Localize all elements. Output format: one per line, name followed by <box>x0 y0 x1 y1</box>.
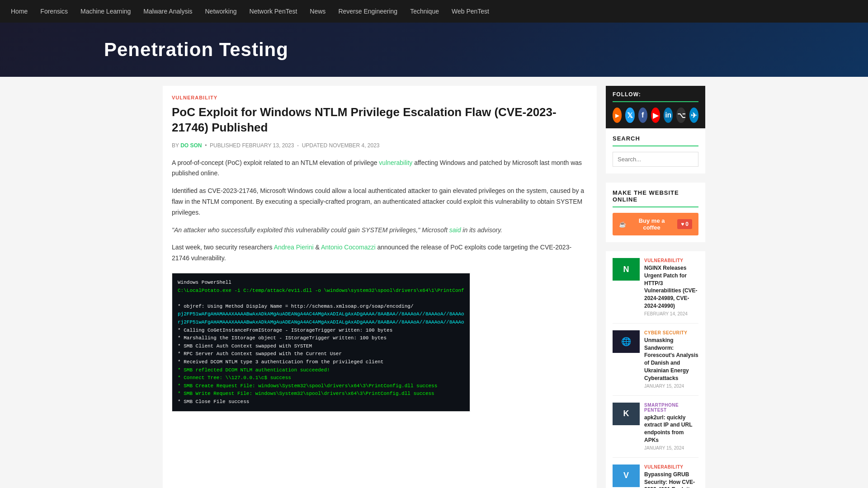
terminal-content: Windows PowerShellC:\LocalPotato.exe -i … <box>172 273 470 412</box>
sidebar-article-thumb: 🌐 <box>613 330 640 353</box>
related-articles-section: N VULNERABILITY NGINX Releases Urgent Pa… <box>606 251 705 488</box>
youtube-icon[interactable]: ▶ <box>651 108 660 123</box>
nav-network-pentest[interactable]: Network PenTest <box>243 0 304 23</box>
search-section-title: SEARCH <box>613 135 698 146</box>
nav-machine-learning[interactable]: Machine Learning <box>74 0 137 23</box>
sidebar-article-date: JANUARY 15, 2024 <box>644 384 698 389</box>
article-title: PoC Exploit for Windows NTLM Privilege E… <box>172 105 588 136</box>
coffee-section: MAKE THE WEBSITE ONLINE ☕ Buy me a coffe… <box>606 183 705 242</box>
hero-title: Penetration Testing <box>104 39 288 61</box>
search-input[interactable] <box>613 152 698 167</box>
hero-banner: Penetration Testing <box>0 23 868 77</box>
said-link[interactable]: said <box>449 226 461 234</box>
article-para-1: A proof-of-concept (PoC) exploit related… <box>172 158 588 179</box>
article-meta: BY DO SON • PUBLISHED FEBRUARY 13, 2023 … <box>172 142 588 149</box>
github-icon[interactable]: ⌥ <box>676 108 685 123</box>
coffee-section-title: MAKE THE WEBSITE ONLINE <box>613 189 698 207</box>
sidebar-article-thumb: K <box>613 403 640 425</box>
main-article: VULNERABILITY PoC Exploit for Windows NT… <box>163 86 597 488</box>
linkedin-icon[interactable]: in <box>664 108 673 123</box>
coffee-heart-badge: ♥ 0 <box>677 219 692 229</box>
article-para-2: Identified as CVE-2023-21746, Microsoft … <box>172 186 588 218</box>
terminal-line: Windows PowerShell <box>178 279 464 287</box>
sidebar-article-title: apk2url: quickly extract IP and URL endp… <box>644 414 698 444</box>
terminal-line: * objref: Using Method Display Name = ht… <box>178 303 464 311</box>
sidebar-article-category: CYBER SECURITY <box>644 330 698 335</box>
article-quote: "An attacker who successfully exploited … <box>172 225 588 236</box>
nav-reverse-engineering[interactable]: Reverse Engineering <box>332 0 404 23</box>
antonio-link[interactable]: Antonio Cocomazzi <box>321 244 376 251</box>
terminal-line: C:\LocalPotato.exe -i C:/temp/attack/ev1… <box>178 287 464 295</box>
terminal-line: pj2FP51wAFgAHAMAAAXAAAABwAxADkAMgAuADEAN… <box>178 310 464 319</box>
follow-section: FOLLOW: ▸ 𝕏 f ▶ in ⌥ ✈ <box>606 86 705 128</box>
terminal-line <box>178 295 464 303</box>
article-body: A proof-of-concept (PoC) exploit related… <box>172 158 588 412</box>
terminal-line: * SMB Client Auth Context swapped with S… <box>178 343 464 351</box>
follow-title: FOLLOW: <box>613 91 698 102</box>
sidebar-article-content: SMARTPHONE PENTEST apk2url: quickly extr… <box>644 403 698 450</box>
search-section: SEARCH <box>606 128 705 174</box>
main-navigation: Home Forensics Machine Learning Malware … <box>0 0 868 23</box>
sidebar-article-content: VULNERABILITY NGINX Releases Urgent Patc… <box>644 258 698 316</box>
vulnerability-link[interactable]: vulnerability <box>379 159 412 166</box>
sidebar-article-category: VULNERABILITY <box>644 258 698 263</box>
twitter-icon[interactable]: 𝕏 <box>625 108 634 123</box>
rss-icon[interactable]: ▸ <box>613 108 622 123</box>
terminal-line: rj2FP51wAFgAHAMAAAXAAAABwAxADkAMgAuADEAN… <box>178 319 464 327</box>
facebook-icon[interactable]: f <box>638 108 647 123</box>
buy-coffee-label: Buy me a coffee <box>630 217 674 231</box>
terminal-line: * Marshalling the IStorage object - ISto… <box>178 334 464 343</box>
article-updated-date: NOVEMBER 4, 2023 <box>329 142 379 149</box>
terminal-line: * SMB reflected DCOM NTLM authentication… <box>178 366 464 375</box>
article-category: VULNERABILITY <box>172 95 588 100</box>
terminal-line: * SMB Create Request File: windows\Syste… <box>178 382 464 390</box>
sidebar-article-content: CYBER SECURITY Unmasking Sandworm: Fores… <box>644 330 698 389</box>
coffee-icon: ☕ <box>619 221 626 228</box>
nav-home[interactable]: Home <box>5 0 34 23</box>
article-author[interactable]: DO SON <box>180 142 202 149</box>
sidebar-article-title: Unmasking Sandworm: Forescout's Analysis… <box>644 337 698 382</box>
nav-malware-analysis[interactable]: Malware Analysis <box>137 0 198 23</box>
sidebar-article-1[interactable]: 🌐 CYBER SECURITY Unmasking Sandworm: For… <box>613 330 698 396</box>
article-para-3: Last week, two security researchers Andr… <box>172 242 588 264</box>
sidebar-article-title: Bypassing GRUB Security: How CVE-2023-40… <box>644 471 698 488</box>
sidebar-article-thumb: V <box>613 465 640 487</box>
terminal-line: * Connect Tree: \\127.0.0.1\c$ success <box>178 374 464 382</box>
article-published-date: FEBRUARY 13, 2023 <box>242 142 294 149</box>
nav-news[interactable]: News <box>303 0 332 23</box>
andrea-link[interactable]: Andrea Pierini <box>274 244 314 251</box>
sidebar-article-date: FEBRUARY 14, 2024 <box>644 311 698 316</box>
terminal-line: * RPC Server Auth Context swapped with t… <box>178 350 464 358</box>
terminal-line: * Received DCOM NTLM type 3 authenticati… <box>178 358 464 366</box>
sidebar: FOLLOW: ▸ 𝕏 f ▶ in ⌥ ✈ SEARCH MAKE THE W… <box>606 86 705 488</box>
terminal-screenshot: Windows PowerShellC:\LocalPotato.exe -i … <box>172 273 470 412</box>
nav-networking[interactable]: Networking <box>199 0 243 23</box>
terminal-line: * SMB Close File success <box>178 398 464 406</box>
nav-forensics[interactable]: Forensics <box>34 0 74 23</box>
buy-coffee-button[interactable]: ☕ Buy me a coffee ♥ 0 <box>613 213 698 235</box>
nav-technique[interactable]: Technique <box>404 0 445 23</box>
telegram-icon[interactable]: ✈ <box>689 108 698 123</box>
sidebar-article-category: VULNERABILITY <box>644 465 698 469</box>
sidebar-article-date: JANUARY 15, 2024 <box>644 446 698 450</box>
terminal-line: * SMB Write Request File: windows\System… <box>178 390 464 398</box>
coffee-count: 0 <box>685 221 689 227</box>
sidebar-article-category: SMARTPHONE PENTEST <box>644 403 698 413</box>
sidebar-article-3[interactable]: V VULNERABILITY Bypassing GRUB Security:… <box>613 465 698 488</box>
nav-web-pentest[interactable]: Web PenTest <box>445 0 495 23</box>
sidebar-article-2[interactable]: K SMARTPHONE PENTEST apk2url: quickly ex… <box>613 403 698 458</box>
sidebar-article-content: VULNERABILITY Bypassing GRUB Security: H… <box>644 465 698 488</box>
terminal-line: * Calling CoGetInstanceFromIStorage - IS… <box>178 327 464 335</box>
sidebar-article-title: NGINX Releases Urgent Patch for HTTP/3 V… <box>644 264 698 310</box>
sidebar-article-thumb: N <box>613 258 640 281</box>
follow-icons: ▸ 𝕏 f ▶ in ⌥ ✈ <box>613 108 698 123</box>
sidebar-article-0[interactable]: N VULNERABILITY NGINX Releases Urgent Pa… <box>613 258 698 324</box>
